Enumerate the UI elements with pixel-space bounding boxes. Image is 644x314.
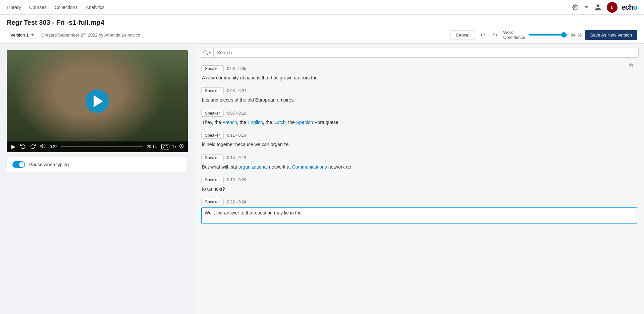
search-input[interactable] <box>214 48 638 57</box>
timestamp: 0:11 - 0:14 <box>227 133 246 138</box>
nav-analytics[interactable]: Analytics <box>86 5 104 10</box>
volume-button[interactable] <box>40 143 46 150</box>
vc-right-controls: CC 1x <box>161 144 184 149</box>
speaker-badge[interactable]: Speaker <box>201 154 224 161</box>
segment-text[interactable]: A new community of nations that has grow… <box>201 74 637 81</box>
timestamp: 0:05 - 0:07 <box>227 88 246 93</box>
video-controls: ▶ 0:22 20:14 CC 1x <box>7 141 188 152</box>
svg-marker-3 <box>41 144 43 147</box>
rewind-button[interactable] <box>19 143 26 150</box>
speaker-badge[interactable]: Speaker <box>201 177 224 183</box>
transcript-segment: Speaker 0:07 - 0:10 They, the French, th… <box>201 110 637 126</box>
transcript-segment: Speaker 0:11 - 0:14 is held together bec… <box>201 132 637 148</box>
segment-header: Speaker 0:14 - 0:19 <box>201 154 637 161</box>
nav-library[interactable]: Library <box>7 5 21 10</box>
nav-links: Library Courses Collections Analytics <box>7 5 104 10</box>
page-title: Regr Test 303 - Fri -s1-full.mp4 <box>7 19 637 26</box>
search-bar: ▾ <box>195 44 644 62</box>
segment-text[interactable]: They, the French, the English, the Dutch… <box>201 119 637 126</box>
timestamp: 0:07 - 0:10 <box>227 111 246 116</box>
undo-button[interactable]: ↩ <box>478 30 487 40</box>
segment-header: Speaker 0:07 - 0:10 <box>201 110 637 117</box>
pause-toggle-label: Pause when typing <box>29 162 69 167</box>
version-controls: Version 1 Created September 27, 2022 by … <box>7 31 140 39</box>
active-segment-input[interactable] <box>201 207 637 224</box>
speaker-badge[interactable]: Speaker <box>201 199 224 205</box>
closed-caption-button[interactable]: CC <box>161 144 169 149</box>
confidence-value: 94 <box>571 33 576 38</box>
pause-toggle-switch[interactable] <box>12 161 25 168</box>
speaker-badge[interactable]: Speaker <box>201 87 224 94</box>
segment-header: Speaker 0:11 - 0:14 <box>201 132 637 139</box>
redo-button[interactable]: ↪ <box>491 30 500 40</box>
timestamp: 0:03 - 0:05 <box>227 66 246 71</box>
link-dutch[interactable]: Dutch <box>273 120 286 125</box>
link-organizational[interactable]: organizational <box>238 164 268 170</box>
svg-text:U: U <box>611 6 613 10</box>
segment-header: Speaker 0:03 - 0:05 <box>201 65 637 72</box>
play-button[interactable] <box>86 89 109 113</box>
nav-courses[interactable]: Courses <box>29 5 47 10</box>
word-confidence-label: WordConfidence: <box>503 30 526 40</box>
video-player: ▶ 0:22 20:14 CC 1x <box>7 50 188 152</box>
user-icon[interactable] <box>593 3 603 12</box>
svg-point-5 <box>204 51 207 54</box>
speaker-badge[interactable]: Speaker <box>201 110 224 117</box>
pause-toggle-row: Pause when typing <box>7 157 188 172</box>
settings-icon[interactable] <box>571 3 580 12</box>
segment-text[interactable]: But what will that organizational networ… <box>201 163 637 171</box>
link-spanish[interactable]: Spanish <box>296 120 313 125</box>
timestamp: 0:19 - 0:20 <box>227 178 246 182</box>
version-info: Created September 27, 2022 by Amanda Lei… <box>41 33 140 38</box>
timestamp: 0:22 - 0:24 <box>227 200 246 204</box>
video-settings-button[interactable] <box>179 144 184 149</box>
svg-point-0 <box>574 6 576 8</box>
forward-button[interactable] <box>30 143 36 150</box>
timestamp: 0:14 - 0:19 <box>227 155 246 160</box>
segment-header: Speaker 0:19 - 0:20 <box>201 177 637 183</box>
link-french[interactable]: French <box>222 120 237 125</box>
version-select[interactable]: Version 1 <box>7 31 37 39</box>
university-logo: U <box>607 2 618 13</box>
transcript-segment: Speaker 0:05 - 0:07 bits and pieces of t… <box>201 87 637 104</box>
right-panel: ▾ 🗑 Speaker 0:03 - 0:05 A new community … <box>195 44 644 314</box>
nav-collections[interactable]: Collections <box>55 5 77 10</box>
cancel-button[interactable]: Cancel <box>450 30 475 40</box>
link-communications[interactable]: Communications <box>292 164 327 170</box>
transcript-segment: Speaker 0:19 - 0:20 to us next? <box>201 177 637 193</box>
progress-fill <box>61 146 62 147</box>
left-panel: ▶ 0:22 20:14 CC 1x <box>0 44 195 314</box>
save-as-new-version-button[interactable]: Save As New Version <box>585 30 637 40</box>
confidence-slider[interactable] <box>529 34 569 36</box>
search-chevron-icon: ▾ <box>209 51 211 55</box>
page-header: Regr Test 303 - Fri -s1-full.mp4 Version… <box>0 15 644 44</box>
transcript-scroll[interactable]: 🗑 Speaker 0:03 - 0:05 A new community of… <box>195 62 644 314</box>
speed-button[interactable]: 1x <box>172 144 176 149</box>
nav-right: U echo <box>571 2 637 13</box>
speaker-badge[interactable]: Speaker <box>201 132 224 139</box>
top-navigation: Library Courses Collections Analytics U … <box>0 0 644 15</box>
current-time: 0:22 <box>50 144 57 149</box>
confidence-pct: % <box>578 33 582 38</box>
search-icon <box>203 50 208 55</box>
word-confidence-control: WordConfidence: 94 % <box>503 30 581 40</box>
search-input-wrap: ▾ <box>200 48 639 58</box>
segment-text[interactable]: to us next? <box>201 185 637 193</box>
settings-chevron[interactable] <box>584 3 589 12</box>
transcript-segment: Speaker 0:03 - 0:05 A new community of n… <box>201 65 637 81</box>
speaker-badge[interactable]: Speaker <box>201 65 224 72</box>
play-pause-button[interactable]: ▶ <box>11 143 16 150</box>
segment-header: Speaker 0:05 - 0:07 <box>201 87 637 94</box>
segment-text[interactable]: is held together because we can organize… <box>201 141 637 148</box>
segment-header: Speaker 0:22 - 0:24 <box>201 199 637 205</box>
link-english[interactable]: English <box>248 120 263 125</box>
transcript-segment: Speaker 0:14 - 0:19 But what will that o… <box>201 154 637 171</box>
progress-bar[interactable] <box>61 146 143 147</box>
page-subheader: Version 1 Created September 27, 2022 by … <box>7 30 637 43</box>
total-time: 20:14 <box>147 144 157 149</box>
segment-text[interactable]: bits and pieces of the old European empi… <box>201 96 637 104</box>
delete-icon[interactable]: 🗑 <box>629 62 634 68</box>
toolbar-right: Cancel ↩ ↪ WordConfidence: 94 % Save As … <box>450 30 637 40</box>
search-icon-dropdown[interactable]: ▾ <box>200 48 214 57</box>
main-layout: ▶ 0:22 20:14 CC 1x <box>0 44 644 314</box>
